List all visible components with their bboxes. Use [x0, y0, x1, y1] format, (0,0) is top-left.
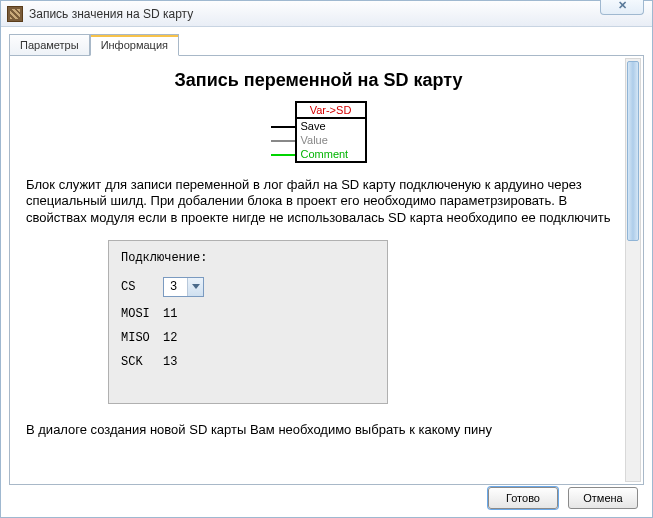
scrollbar-thumb[interactable]	[627, 61, 639, 241]
block-pin-comment: Comment	[297, 147, 365, 161]
description-text-2: В диалоге создания новой SD карты Вам не…	[18, 404, 619, 437]
connection-panel: Подключение: CS 3 MOSI 11 MISO	[108, 240, 388, 404]
button-label: Готово	[506, 492, 540, 504]
chevron-down-icon	[187, 278, 203, 296]
connection-row-miso: MISO 12	[121, 331, 375, 345]
miso-label: MISO	[121, 331, 163, 345]
close-icon: ✕	[618, 0, 627, 12]
connection-row-sck: SCK 13	[121, 355, 375, 369]
description-text: Блок служит для записи переменной в лог …	[18, 177, 619, 240]
vertical-scrollbar[interactable]	[625, 58, 641, 482]
pin-line-icon	[271, 126, 295, 128]
scroll-area: Запись переменной на SD карту Var->SD Sa…	[14, 60, 623, 480]
sck-value: 13	[163, 355, 177, 369]
dialog-window: Запись значения на SD карту ✕ Параметры …	[0, 0, 653, 518]
block-pin-save: Save	[297, 119, 365, 133]
mosi-label: MOSI	[121, 307, 163, 321]
block-diagram: Var->SD Save Value Comment	[271, 101, 367, 163]
cs-value: 3	[164, 280, 187, 294]
tab-parameters[interactable]: Параметры	[9, 34, 90, 56]
button-label: Отмена	[583, 492, 622, 504]
window-close-button[interactable]: ✕	[600, 0, 644, 15]
block-box: Var->SD Save Value Comment	[295, 101, 367, 163]
pin-label: Value	[301, 134, 328, 146]
tab-label: Параметры	[20, 39, 79, 51]
tab-label: Информация	[101, 39, 168, 51]
cs-select[interactable]: 3	[163, 277, 204, 297]
pin-line-icon	[271, 140, 295, 142]
content-frame: Запись переменной на SD карту Var->SD Sa…	[9, 55, 644, 485]
tab-strip: Параметры Информация	[9, 33, 644, 55]
tab-information[interactable]: Информация	[90, 34, 179, 56]
connection-row-cs: CS 3	[121, 277, 375, 297]
page-title: Запись переменной на SD карту	[18, 70, 619, 91]
miso-value: 12	[163, 331, 177, 345]
pin-line-icon	[271, 154, 295, 156]
svg-marker-0	[192, 284, 200, 289]
mosi-value: 11	[163, 307, 177, 321]
block-pin-value: Value	[297, 133, 365, 147]
app-icon	[7, 6, 23, 22]
connection-row-mosi: MOSI 11	[121, 307, 375, 321]
pin-label: Save	[301, 120, 326, 132]
sck-label: SCK	[121, 355, 163, 369]
window-title: Запись значения на SD карту	[29, 7, 193, 21]
cancel-button[interactable]: Отмена	[568, 487, 638, 509]
connection-title: Подключение:	[121, 251, 375, 265]
button-bar: Готово Отмена	[488, 487, 638, 509]
pin-label: Comment	[301, 148, 349, 160]
block-header: Var->SD	[297, 103, 365, 119]
ok-button[interactable]: Готово	[488, 487, 558, 509]
cs-label: CS	[121, 280, 163, 294]
titlebar: Запись значения на SD карту ✕	[1, 1, 652, 27]
